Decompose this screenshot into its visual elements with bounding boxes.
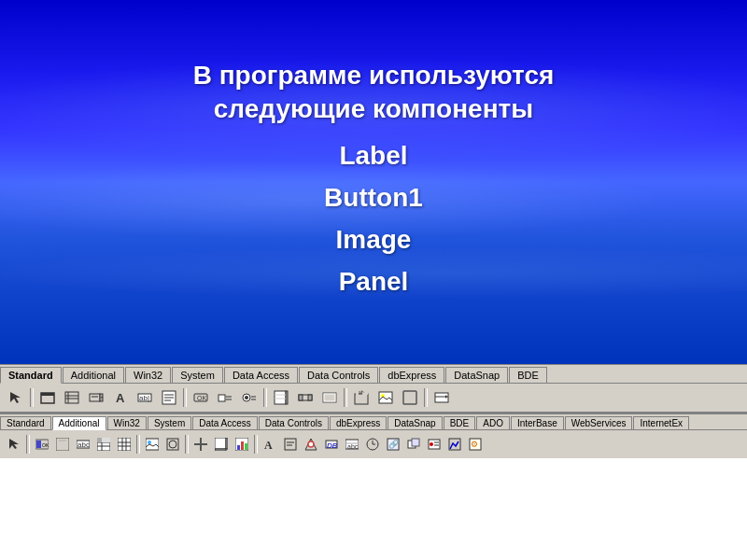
tab2-internetex[interactable]: InternetEx <box>633 416 689 429</box>
tool2-drawgrid[interactable] <box>115 435 134 454</box>
tab2-interbase[interactable]: InterBase <box>511 416 564 429</box>
tool-label[interactable]: A <box>109 386 132 409</box>
svg-rect-70 <box>215 438 226 449</box>
tab2-bde[interactable]: BDE <box>444 416 476 429</box>
tab2-data-controls[interactable]: Data Controls <box>259 416 329 429</box>
tool-listbox[interactable] <box>61 386 83 409</box>
tab1-dbexpress[interactable]: dbExpress <box>379 367 444 383</box>
svg-text:A: A <box>264 439 273 451</box>
tool2-extra8[interactable] <box>425 435 444 454</box>
tool2-bevel[interactable] <box>191 435 210 454</box>
separator-3 <box>263 388 267 407</box>
tool2-bitbtn[interactable]: OK <box>33 435 51 454</box>
tool-speedbutton[interactable] <box>399 386 421 409</box>
tab2-dbexpress[interactable]: dbExpress <box>330 416 387 429</box>
slide-panel: Panel <box>193 261 555 303</box>
tab1-datasnap[interactable]: DataSnap <box>445 367 508 383</box>
svg-rect-31 <box>299 395 303 400</box>
tab1-standard[interactable]: Standard <box>0 367 62 384</box>
tool-radio[interactable] <box>238 386 261 409</box>
toolbar-buttons-1: A ab| OK <box>0 384 747 413</box>
svg-text:abc: abc <box>78 441 90 449</box>
tab-bar-2: Standard Additional Win32 System Data Ac… <box>0 414 747 430</box>
tab1-data-controls[interactable]: Data Controls <box>299 367 378 383</box>
separator2-3 <box>185 435 189 454</box>
slide-line2: следующие компоненты <box>193 94 555 124</box>
svg-rect-39 <box>379 392 392 403</box>
tool-panel[interactable] <box>318 386 341 409</box>
tab2-system[interactable]: System <box>148 416 191 429</box>
tab2-standard[interactable]: Standard <box>0 416 51 429</box>
tool2-extra1[interactable] <box>281 435 300 454</box>
tab1-system[interactable]: System <box>172 367 223 383</box>
tool-combobox[interactable] <box>85 386 107 409</box>
separator-5 <box>424 388 428 407</box>
tool-arrow[interactable] <box>5 386 27 409</box>
svg-point-65 <box>148 441 151 444</box>
svg-rect-41 <box>403 391 416 404</box>
tool-groupbox[interactable]: ab <box>350 386 373 409</box>
tool2-extra5[interactable] <box>363 435 382 454</box>
tab1-additional[interactable]: Additional <box>63 367 124 383</box>
separator-1 <box>30 388 34 407</box>
tool2-extra6[interactable]: 🔗 <box>384 435 402 454</box>
svg-rect-74 <box>237 445 240 450</box>
tool2-shape[interactable] <box>163 435 182 454</box>
svg-rect-19 <box>218 395 225 401</box>
tool2-extra2[interactable] <box>302 435 320 454</box>
slide-content: В программе используются следующие компо… <box>193 61 555 302</box>
svg-rect-27 <box>286 391 288 404</box>
tool2-label[interactable]: A <box>261 435 279 454</box>
tool2-speedbtn[interactable] <box>53 435 72 454</box>
tab1-win32[interactable]: Win32 <box>125 367 171 383</box>
tool2-arrow[interactable] <box>5 435 23 454</box>
tool-frame[interactable] <box>36 386 59 409</box>
svg-marker-0 <box>10 392 21 403</box>
svg-rect-64 <box>146 439 159 450</box>
tool-checkbox[interactable] <box>214 386 236 409</box>
svg-text:ab|: ab| <box>139 394 149 402</box>
svg-point-23 <box>245 396 248 399</box>
separator-2 <box>183 388 187 407</box>
tool2-chart[interactable] <box>233 435 251 454</box>
tool-memo[interactable] <box>158 386 180 409</box>
tool-edit[interactable]: ab| <box>134 386 156 409</box>
tab2-win32[interactable]: Win32 <box>107 416 147 429</box>
tool2-extra4[interactable]: abc <box>343 435 361 454</box>
tool2-extra3[interactable]: DB <box>322 435 341 454</box>
toolbar-section-1: Standard Additional Win32 System Data Ac… <box>0 364 747 414</box>
tool-image[interactable] <box>374 386 397 409</box>
svg-point-67 <box>169 441 176 448</box>
tool2-maskedit[interactable]: abc <box>74 435 92 454</box>
svg-text:A: A <box>116 391 125 405</box>
tab2-datasnap[interactable]: DataSnap <box>388 416 442 429</box>
svg-text:OK: OK <box>42 442 49 448</box>
tool2-extra10[interactable]: ⚙ <box>466 435 485 454</box>
separator2-4 <box>254 435 258 454</box>
tool2-extra9[interactable] <box>445 435 464 454</box>
slide-label: Label <box>193 135 555 177</box>
svg-text:⚙: ⚙ <box>471 440 478 449</box>
tool2-extra7[interactable] <box>404 435 423 454</box>
tab2-data-access[interactable]: Data Access <box>192 416 258 429</box>
tool2-scrollbox[interactable] <box>212 435 231 454</box>
svg-rect-72 <box>215 449 226 451</box>
tab2-additional[interactable]: Additional <box>52 416 106 430</box>
tool-extra1[interactable] <box>430 386 453 409</box>
svg-rect-75 <box>241 441 244 450</box>
tab2-ado[interactable]: ADO <box>476 416 510 429</box>
tool2-image[interactable] <box>143 435 162 454</box>
tab1-bde[interactable]: BDE <box>509 367 547 383</box>
toolbar-section-2: Standard Additional Win32 System Data Ac… <box>0 414 747 458</box>
tool2-stringgrid[interactable] <box>94 435 113 454</box>
tool-scrollbar-h[interactable] <box>294 386 317 409</box>
tool-listbox2[interactable] <box>270 386 292 409</box>
tab1-data-access[interactable]: Data Access <box>224 367 298 383</box>
svg-rect-57 <box>97 438 102 442</box>
tool-button[interactable]: OK <box>190 386 212 409</box>
svg-marker-45 <box>9 439 19 449</box>
svg-rect-47 <box>36 441 41 448</box>
svg-rect-76 <box>245 443 247 450</box>
svg-text:OK: OK <box>197 395 206 401</box>
tab2-webservices[interactable]: WebServices <box>565 416 633 429</box>
